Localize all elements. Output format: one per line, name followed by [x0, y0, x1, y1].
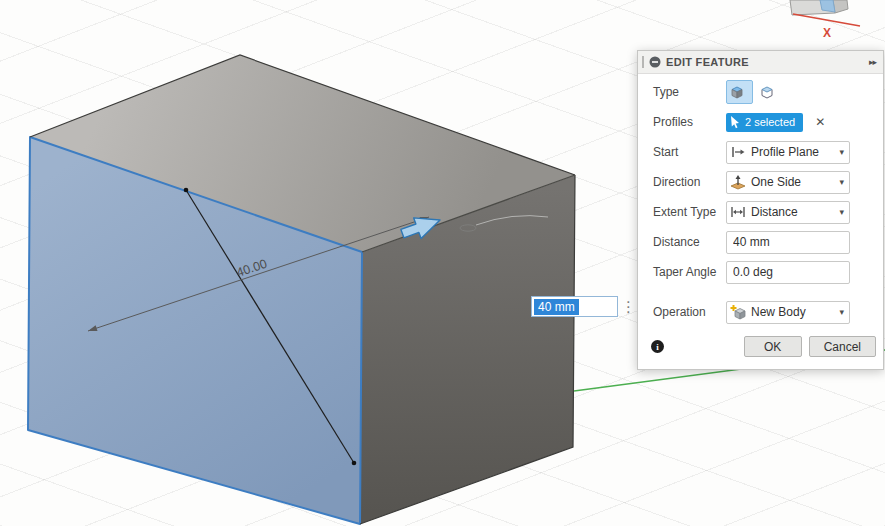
sketch-point-top[interactable]: [184, 188, 189, 193]
feature-icon: [649, 56, 661, 68]
dialog-header[interactable]: EDIT FEATURE ▸▸: [638, 51, 883, 74]
operation-value: New Body: [751, 305, 836, 319]
type-row: Type: [638, 77, 883, 107]
edit-feature-dialog: EDIT FEATURE ▸▸ Type: [637, 50, 884, 370]
chevron-down-icon: ▾: [839, 177, 844, 187]
clear-selection-icon[interactable]: ✕: [815, 115, 825, 129]
dimension-input-drag-handle[interactable]: ⋮: [621, 295, 636, 318]
profiles-row: Profiles 2 selected ✕: [638, 107, 883, 137]
extent-type-label: Extent Type: [653, 205, 726, 219]
dimension-input[interactable]: 40 mm: [531, 296, 618, 317]
extrude-solid-icon: [729, 84, 745, 100]
distance-icon: [730, 204, 746, 220]
operation-label: Operation: [653, 305, 726, 319]
operation-row: Operation New Body ▾: [638, 297, 883, 327]
dimension-input-selected-text: 40 mm: [534, 299, 579, 315]
distance-label: Distance: [653, 235, 726, 249]
taper-angle-label: Taper Angle: [653, 265, 726, 279]
start-value: Profile Plane: [751, 145, 836, 159]
dialog-title: EDIT FEATURE: [666, 56, 869, 68]
distance-row: Distance: [638, 227, 883, 257]
profiles-selected-chip[interactable]: 2 selected: [726, 113, 803, 132]
viewport-canvas[interactable]: 40.00 X 40 mm ⋮: [0, 0, 885, 526]
chevron-down-icon: ▾: [839, 307, 844, 317]
direction-value: One Side: [751, 175, 836, 189]
extent-type-dropdown[interactable]: Distance ▾: [726, 201, 850, 224]
taper-angle-input[interactable]: [726, 261, 850, 284]
extrude-thin-button[interactable]: [756, 80, 783, 104]
one-side-icon: [730, 174, 746, 190]
direction-row: Direction One Side ▾: [638, 167, 883, 197]
ok-button[interactable]: OK: [744, 336, 802, 357]
direction-label: Direction: [653, 175, 726, 189]
cursor-icon: [730, 116, 741, 129]
profile-plane-icon: [730, 144, 746, 160]
direction-dropdown[interactable]: One Side ▾: [726, 171, 850, 194]
cancel-button[interactable]: Cancel: [809, 336, 876, 357]
dialog-body: Type: [638, 74, 883, 327]
extent-type-value: Distance: [751, 205, 836, 219]
info-icon[interactable]: i: [651, 340, 664, 353]
profiles-label: Profiles: [653, 115, 726, 129]
expand-dialog-icon[interactable]: ▸▸: [869, 57, 876, 67]
start-label: Start: [653, 145, 726, 159]
dialog-footer: i OK Cancel: [638, 327, 883, 369]
sketch-point-bottom[interactable]: [352, 461, 357, 466]
distance-input[interactable]: [726, 231, 850, 254]
chevron-down-icon: ▾: [839, 207, 844, 217]
type-label: Type: [653, 85, 726, 99]
extrude-solid-button[interactable]: [726, 80, 753, 104]
x-axis-line: [793, 14, 860, 26]
viewcube[interactable]: X: [790, 0, 860, 40]
start-dropdown[interactable]: Profile Plane ▾: [726, 141, 850, 164]
new-body-icon: [730, 304, 746, 320]
start-row: Start Profile Plane ▾: [638, 137, 883, 167]
operation-dropdown[interactable]: New Body ▾: [726, 301, 850, 324]
profiles-selected-label: 2 selected: [745, 116, 795, 128]
x-axis-label: X: [823, 26, 831, 40]
viewcube-highlight-face[interactable]: [820, 0, 835, 12]
extent-type-row: Extent Type Distance ▾: [638, 197, 883, 227]
extrude-thin-icon: [759, 84, 775, 100]
chevron-down-icon: ▾: [839, 147, 844, 157]
dialog-grip[interactable]: [642, 56, 644, 68]
taper-angle-row: Taper Angle: [638, 257, 883, 287]
